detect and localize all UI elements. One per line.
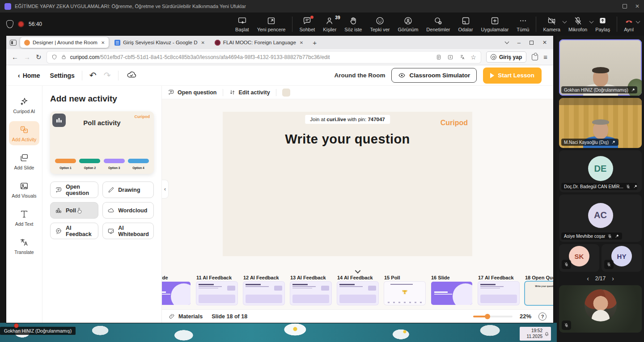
tab-designer[interactable]: Designer | Around the Room ✕ [20,37,109,48]
filmstrip-item-10[interactable]: 10 Slide [162,275,191,309]
camera-button[interactable]: Kamera [539,16,564,32]
wordcloud-button[interactable]: Wordcloud [102,202,154,219]
firefox-view-icon[interactable] [10,40,17,46]
restore-window-icon[interactable] [623,4,627,8]
bookmark-star-icon[interactable]: ☆ [470,54,476,61]
apps-button[interactable]: Uygulamalar [477,16,513,32]
system-tray-clock[interactable]: 19:52 11.2025 [520,327,551,341]
notifications-bell-icon[interactable] [544,331,550,337]
filmstrip-item-14[interactable]: 14 AI Feedback [337,275,378,309]
extensions-icon[interactable] [532,54,538,60]
drawing-button[interactable]: Drawing [102,182,154,198]
redo-button[interactable]: ↷ [104,70,111,80]
sidebar-item-translate[interactable]: Translate [9,234,39,258]
poll-activity-preview[interactable]: Curipod Poll activity Option 1 Option 2 [50,111,154,174]
view-button[interactable]: Görünüm [394,16,422,32]
collapse-panel-button[interactable]: ‹ [162,180,169,198]
minimize-browser-icon[interactable]: – [517,39,521,46]
url-field[interactable]: curipod.com/501efbd7-cbf5-51d1-8a41-5c8c… [47,51,481,63]
filmstrip-item-16[interactable]: 16 Slide [431,275,472,309]
reactions-button[interactable]: Tepki ver [366,16,394,32]
video-tile-asiye[interactable]: AC Asiye Mevhibe coşar [559,194,642,242]
filmstrip-item-17[interactable]: 17 AI Feedback [478,275,519,309]
lock-icon[interactable] [61,54,67,60]
close-window-icon[interactable]: ✕ [635,3,640,9]
close-browser-icon[interactable]: ✕ [542,39,547,46]
translate-page-icon[interactable] [459,54,465,60]
slide-question-title[interactable]: Write your question [223,132,472,147]
close-tab-icon[interactable]: ✕ [201,40,204,45]
activity-type-chip[interactable]: Open question [168,89,217,96]
url-text[interactable]: curipod.com/501efbd7-cbf5-51d1-8a41-5c8c… [70,54,432,60]
raise-hand-button[interactable]: Söz iste [340,16,366,32]
tab-google-docs[interactable]: Giriş Seviyesi Klavuz - Google D ✕ [110,37,209,48]
poll-bar-2 [79,159,100,163]
security-shield-icon[interactable] [6,20,13,28]
start-lesson-button[interactable]: Start Lesson [483,68,542,84]
page-prev-icon[interactable]: ‹ [587,275,589,282]
breakout-rooms-button[interactable]: Odalar [454,16,477,32]
chevron-down-icon[interactable] [355,268,360,274]
chat-notification-dot [310,16,314,19]
classroom-simulator-button[interactable]: Classroom Simulator [391,68,477,83]
slide-canvas[interactable]: Join at curi.live with pin: 747047 Write… [223,112,472,256]
open-question-button[interactable]: Open question [50,182,98,198]
filmstrip-item-15[interactable]: 15 Poll [384,275,425,309]
edit-activity-button[interactable]: Edit activity [229,89,270,96]
new-tab-button[interactable]: + [309,39,320,46]
home-button[interactable]: ‹ Home [18,72,40,79]
new-window-button[interactable]: Yeni pencere [253,16,290,32]
filmstrip-item-12[interactable]: 12 AI Feedback [243,275,284,309]
ai-feedback-button[interactable]: AI Feedback [50,223,98,239]
page-next-icon[interactable]: › [612,275,614,282]
forward-icon[interactable]: → [24,53,30,61]
video-tile-sk[interactable]: SK [559,244,599,272]
tab-flai-mooc[interactable]: FLAI MOOC: Foreign Language ✕ [211,37,307,48]
filmstrip-item-11[interactable]: 11 AI Feedback [196,275,237,309]
video-tile-naci[interactable]: M.Naci Kayaoğlu (Dış) [559,98,642,148]
undo-button[interactable]: ↶ [89,70,97,80]
signin-button[interactable]: Giriş yap [486,51,526,63]
chat-button[interactable]: Sohbet [295,16,319,32]
close-tab-icon[interactable]: ✕ [300,40,303,45]
sidebar-item-add-visuals[interactable]: Add Visuals [9,177,39,202]
zoom-slider[interactable] [473,316,513,317]
google-docs-favicon [114,40,120,46]
sidebar-item-add-activity[interactable]: Add Activity [9,121,39,145]
zoom-slider-knob[interactable] [485,314,490,319]
reload-icon[interactable]: ↻ [36,53,42,61]
share-button[interactable]: Paylaş [591,16,614,32]
share-screen-button[interactable]: Başlat [231,16,253,32]
video-tile-badegul[interactable]: DE Doç.Dr. Badegül CAN EMİR... [559,150,642,192]
background-color-swatch[interactable] [282,89,290,97]
sidebar-item-add-slide[interactable]: Add Slide [9,149,39,173]
sidebar-item-curipod-ai[interactable]: Curipod AI [9,93,39,117]
leave-button[interactable]: Ayrıl [620,16,638,32]
video-tile-unnamed[interactable] [559,285,642,333]
tray-date: 11.2025 [521,334,542,340]
close-tab-icon[interactable]: ✕ [101,40,105,45]
leave-options-chevron[interactable] [636,19,640,24]
materials-button[interactable]: Materials [169,313,203,320]
help-button[interactable]: ? [538,312,547,321]
poll-button[interactable]: Poll [50,202,98,219]
filmstrip-item-13[interactable]: 13 AI Feedback [290,275,331,309]
sidebar-item-add-text[interactable]: Add Text [9,206,39,230]
list-tabs-chevron[interactable] [504,40,509,44]
ai-whiteboard-button[interactable]: AI Whiteboard [102,223,154,239]
more-button[interactable]: Tümü [513,16,533,32]
tracking-shield-icon[interactable] [51,54,57,60]
mic-button[interactable]: Mikrofon [564,16,591,32]
restore-browser-icon[interactable] [530,41,534,45]
back-icon[interactable]: ← [12,53,18,61]
menu-hamburger-icon[interactable]: ≡ [543,53,548,61]
host-tools-button[interactable]: Denetimler [422,16,454,32]
save-page-icon[interactable] [447,54,453,60]
mic-muted-icon [564,262,569,267]
participants-button[interactable]: 39 Kişiler [319,16,340,32]
filmstrip-item-18-selected[interactable]: 18 Open Question Write your question [525,275,553,309]
settings-button[interactable]: Settings [50,72,75,79]
video-tile-hy[interactable]: HY [602,244,642,272]
video-tile-gokhan[interactable]: Gokhan HINIZ (Doğrulanmamış) [559,39,642,96]
reader-view-icon[interactable] [436,54,442,60]
